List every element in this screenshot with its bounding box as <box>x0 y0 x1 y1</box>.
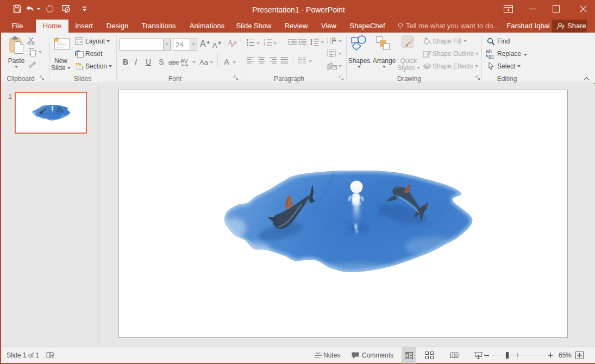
svg-text:3: 3 <box>264 43 265 46</box>
svg-text:ac: ac <box>488 54 494 59</box>
svg-text:AV: AV <box>180 58 189 64</box>
svg-text:A: A <box>333 37 336 43</box>
